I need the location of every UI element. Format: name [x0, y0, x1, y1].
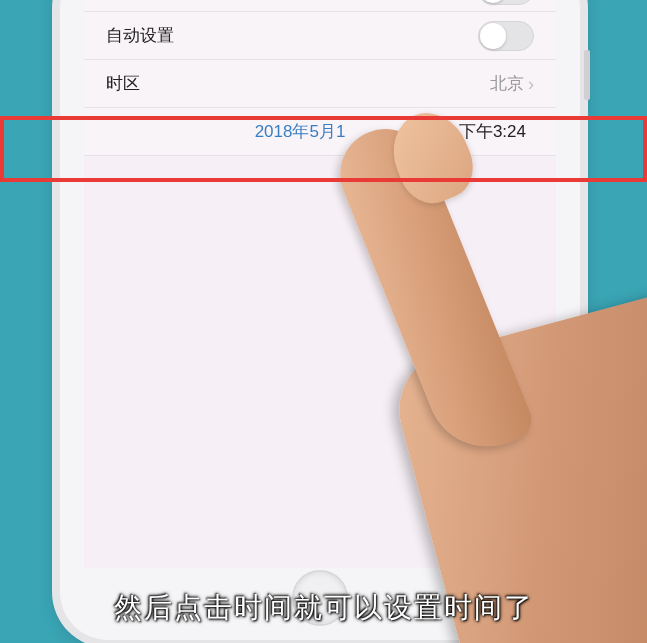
partial-row-top [84, 0, 556, 12]
row-datetime[interactable]: 2018年5月1 下午3:24 [84, 108, 556, 156]
row-label: 自动设置 [106, 24, 174, 47]
chevron-right-icon: › [528, 75, 534, 93]
row-label: 时区 [106, 72, 140, 95]
row-auto-set[interactable]: 自动设置 [84, 12, 556, 60]
date-value[interactable]: 2018年5月1 [255, 120, 346, 143]
toggle-knob [480, 23, 506, 49]
time-value[interactable]: 下午3:24 [459, 120, 526, 143]
toggle-auto-set[interactable] [478, 21, 534, 51]
video-subtitle: 然后点击时间就可以设置时间了 [0, 589, 647, 627]
toggle-switch-partial[interactable] [478, 0, 534, 5]
timezone-value: 北京 [490, 72, 524, 95]
toggle-knob [480, 0, 506, 3]
side-button [584, 50, 590, 100]
phone-frame: 自动设置 时区 北京 › 2018年5月1 下午3:24 [60, 0, 580, 640]
phone-screen: 自动设置 时区 北京 › 2018年5月1 下午3:24 [84, 0, 556, 568]
row-value-container: 北京 › [490, 72, 534, 95]
row-timezone[interactable]: 时区 北京 › [84, 60, 556, 108]
